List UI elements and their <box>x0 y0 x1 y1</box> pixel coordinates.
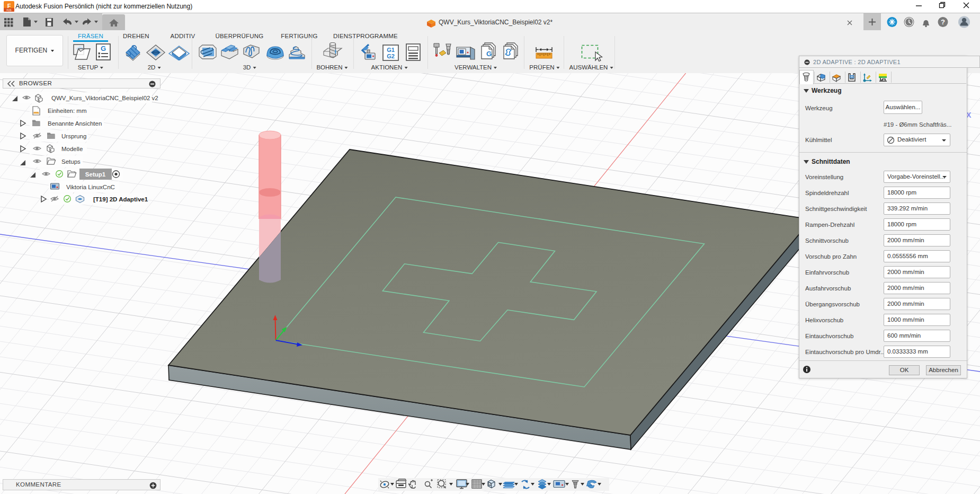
svg-text:Benannte Ansichten: Benannte Ansichten <box>48 120 102 127</box>
svg-text:G2: G2 <box>387 53 395 59</box>
svg-text:QWV_Kurs_ViktoriaCNC_Beispiel0: QWV_Kurs_ViktoriaCNC_Beispiel02 v2 <box>51 95 158 101</box>
svg-text:Viktoria LinuxCnC: Viktoria LinuxCnC <box>66 184 115 190</box>
svg-text:G: G <box>486 50 492 58</box>
svg-text:G: G <box>101 45 106 52</box>
svg-text:Ursprung: Ursprung <box>61 133 86 139</box>
svg-text:F: F <box>7 3 11 9</box>
svg-text:Setups: Setups <box>61 158 81 165</box>
svg-text:Setup1: Setup1 <box>85 171 106 178</box>
svg-text:?: ? <box>941 18 945 26</box>
svg-text:FUS: FUS <box>7 9 12 12</box>
svg-text:Modelle: Modelle <box>61 146 83 152</box>
svg-text:Einheiten: mm: Einheiten: mm <box>48 108 87 114</box>
svg-text:G1: G1 <box>387 47 395 53</box>
svg-text:[T19] 2D Adaptive1: [T19] 2D Adaptive1 <box>93 196 148 202</box>
